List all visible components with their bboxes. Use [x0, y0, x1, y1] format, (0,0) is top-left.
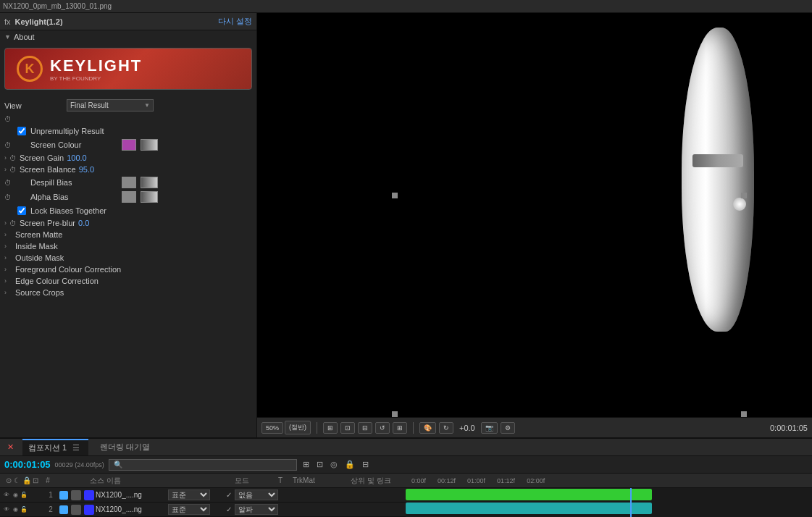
screen-gain-header[interactable]: › ⏱ Screen Gain 100.0: [0, 152, 256, 164]
alpha-swatch[interactable]: [122, 191, 136, 203]
grid-btn[interactable]: ⊞: [393, 422, 407, 434]
layer-1-alpha-select[interactable]: 없음: [235, 489, 278, 500]
fit-label[interactable]: (절반): [285, 421, 311, 434]
layer-1-name: NX1200_....ng: [96, 491, 168, 499]
despill-swatch[interactable]: [122, 177, 136, 188]
track-bar-2[interactable]: [406, 503, 652, 514]
preview-toolbar: 50% (절반) ⊞ ⊡ ⊟ ↺ ⊞ 🎨 ↻ +0.0 📷 ⚙ 0:00:01:…: [257, 417, 812, 437]
corner-handle-bl[interactable]: [392, 411, 398, 417]
fg-colour-row[interactable]: › Foreground Colour Correction: [0, 264, 256, 275]
comp-tab[interactable]: 컴포지션 1 ☰: [22, 439, 88, 455]
time-display: 0:00:01:05: [770, 424, 808, 432]
unpremultiply-label: Unpremultiply Result: [30, 127, 104, 135]
refresh-btn[interactable]: ↻: [439, 422, 453, 434]
add-layer-btn[interactable]: ⊞: [301, 458, 311, 471]
alpha-stopwatch: ⏱: [4, 193, 12, 201]
layer-header: ⊙ ☾ 🔒 ⊡ # 소스 이름 모드 T TrkMat 상위 및 링크: [0, 474, 406, 488]
layer-1-color: [59, 491, 68, 500]
layer-2-name: NX1200_....ng: [96, 505, 168, 513]
zoom-control[interactable]: 50% (절반): [261, 421, 311, 434]
right-panel: 50% (절반) ⊞ ⊡ ⊟ ↺ ⊞ 🎨 ↻ +0.0 📷 ⚙ 0:00:01:…: [257, 13, 812, 437]
edge-colour-label: Edge Colour Correction: [15, 277, 99, 285]
source-crops-label: Source Crops: [15, 288, 64, 297]
corner-handle-br[interactable]: [741, 411, 747, 417]
reset-view-btn[interactable]: ↺: [375, 422, 390, 434]
view-row: View Final Result ▼: [0, 97, 256, 114]
source-crops-row[interactable]: › Source Crops: [0, 287, 256, 298]
lock-btn[interactable]: 🔒: [343, 458, 356, 471]
timeline-header: ✕ 컴포지션 1 ☰ 렌더링 대기열: [0, 439, 812, 456]
layer-1-eye[interactable]: 👁: [3, 492, 10, 499]
despill-gradient[interactable]: [141, 177, 158, 188]
track-bar-1[interactable]: [406, 489, 652, 500]
zoom-in-btn[interactable]: ⊡: [340, 422, 355, 434]
layer-2-media-icon: [84, 505, 94, 515]
inside-mask-label: Inside Mask: [15, 242, 58, 251]
timeline-controls: 0:00:01:05 00029 (24.00fps) ⊞ ⊡ ◎ 🔒 ⊟: [0, 456, 812, 474]
preview-dot: [733, 198, 746, 211]
layer-2-lock[interactable]: 🔓: [20, 506, 28, 513]
inside-mask-row[interactable]: › Inside Mask: [0, 240, 256, 252]
camera-btn[interactable]: 📷: [481, 422, 498, 434]
source-crops-arrow: ›: [4, 289, 7, 296]
screen-matte-row[interactable]: › Screen Matte: [0, 229, 256, 240]
layer-1-lock[interactable]: 🔓: [20, 492, 28, 499]
screen-colour-swatch[interactable]: [122, 139, 136, 151]
screen-matte-arrow: ›: [4, 231, 7, 238]
col-parent: 상위 및 링크: [348, 476, 406, 486]
outside-mask-row[interactable]: › Outside Mask: [0, 252, 256, 264]
zoom-value[interactable]: 50%: [261, 422, 283, 434]
screen-colour-label: Screen Colour: [30, 140, 117, 149]
outside-mask-arrow: ›: [4, 254, 7, 261]
layer-1-mode[interactable]: 표준: [168, 489, 212, 500]
layer-1-mode-select[interactable]: 표준: [168, 489, 210, 500]
lock-biases-checkbox[interactable]: [17, 206, 26, 215]
search-input[interactable]: [109, 459, 297, 471]
timecode-display[interactable]: 0:00:01:05: [4, 459, 51, 470]
layer-2-solo[interactable]: ◉: [12, 506, 19, 513]
about-section-header[interactable]: ▼ About: [0, 30, 256, 43]
filename-label: NX1200_0pm_mb_13000_01.png: [3, 2, 112, 10]
edge-colour-row[interactable]: › Edge Colour Correction: [0, 275, 256, 287]
logo-text-group: KEYLIGHT BY THE FOUNDRY: [50, 56, 142, 82]
alpha-gradient[interactable]: [141, 191, 158, 203]
screen-preblur-label: Screen Pre-blur: [20, 219, 75, 227]
col-trkmat: TrkMat: [290, 476, 348, 484]
color-picker-btn[interactable]: 🎨: [419, 422, 436, 434]
alpha-bias-row: ⏱ Alpha Bias: [0, 190, 256, 204]
timeline-body: ⊙ ☾ 🔒 ⊡ # 소스 이름 모드 T TrkMat 상위 및 링크 👁 ◉ …: [0, 474, 812, 517]
layer-2-mode-select[interactable]: 표준: [168, 504, 210, 515]
layer-2-alpha-select[interactable]: 알파: [235, 504, 278, 515]
unpremultiply-checkbox[interactable]: [17, 127, 26, 135]
timeline-right: 0:00f 00:12f 01:00f 01:12f 02:00f: [406, 474, 812, 517]
layer-1-controls: 👁 ◉ 🔓: [0, 492, 43, 499]
layer-2-color: [59, 505, 68, 514]
zoom-out-btn[interactable]: ⊟: [358, 422, 372, 434]
corner-handle-tr[interactable]: [741, 193, 747, 198]
view-dropdown[interactable]: Final Result ▼: [67, 99, 154, 112]
screen-preblur-header[interactable]: › ⏱ Screen Pre-blur 0.0: [0, 217, 256, 229]
settings-btn[interactable]: ⚙: [501, 422, 515, 434]
timeline-tracks: [406, 488, 812, 517]
preview-canvas: [257, 13, 812, 437]
playhead[interactable]: [630, 488, 632, 517]
solo-btn[interactable]: ⊡: [315, 458, 325, 471]
screen-balance-header[interactable]: › ⏱ Screen Balance 95.0: [0, 164, 256, 175]
zoom-to-fit-btn[interactable]: ⊞: [323, 422, 338, 434]
layer-1-solo[interactable]: ◉: [12, 492, 19, 499]
screen-gain-value: 100.0: [67, 154, 87, 162]
screen-balance-value: 95.0: [79, 165, 94, 174]
timeline-close-btn[interactable]: ✕: [4, 442, 17, 452]
expand-btn[interactable]: ⊟: [361, 458, 370, 471]
screen-gain-label: Screen Gain: [20, 154, 64, 162]
unpremultiply-row: Unpremultiply Result: [0, 125, 256, 138]
layer-2-eye[interactable]: 👁: [3, 506, 10, 513]
reset-button[interactable]: 다시 설정: [218, 16, 252, 27]
render-queue-label[interactable]: 렌더링 대기열: [94, 440, 156, 455]
screen-colour-gradient[interactable]: [141, 139, 158, 151]
corner-handle-tl[interactable]: [392, 193, 398, 198]
mute-btn[interactable]: ◎: [329, 458, 339, 471]
ruler-200: 02:00f: [521, 477, 551, 484]
comp-tab-menu[interactable]: ☰: [70, 443, 83, 453]
layer-2-mode[interactable]: 표준: [168, 504, 212, 515]
